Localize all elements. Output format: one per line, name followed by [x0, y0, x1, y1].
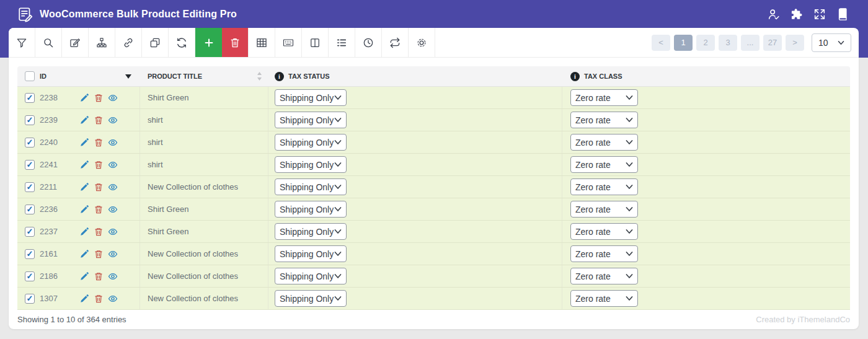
view-row-icon[interactable]: [108, 115, 118, 125]
row-checkbox[interactable]: ✓: [25, 115, 35, 125]
view-row-icon[interactable]: [108, 182, 118, 192]
delete-row-icon[interactable]: [94, 93, 104, 103]
view-row-icon[interactable]: [108, 93, 118, 103]
edit-row-icon[interactable]: [79, 227, 89, 237]
edit-row-icon[interactable]: [79, 205, 89, 214]
view-row-icon[interactable]: [108, 271, 118, 281]
tax-status-select[interactable]: Shipping Only: [275, 178, 347, 195]
edit-row-icon[interactable]: [79, 160, 89, 170]
edit-row-icon[interactable]: [79, 182, 89, 192]
page-button[interactable]: 27: [763, 35, 782, 51]
tax-class-select[interactable]: Zero rate: [570, 156, 638, 173]
edit-row-icon[interactable]: [79, 115, 89, 125]
sort-desc-icon[interactable]: [125, 74, 140, 79]
column-header-product-title[interactable]: PRODUCT TITLE: [140, 66, 268, 86]
user-check-icon[interactable]: [767, 7, 781, 21]
duplicate-button[interactable]: [142, 28, 169, 57]
row-checkbox[interactable]: ✓: [25, 93, 35, 103]
delete-row-icon[interactable]: [94, 138, 104, 147]
info-icon[interactable]: i: [275, 72, 284, 81]
tax-status-select[interactable]: Shipping Only: [275, 156, 347, 173]
edit-row-icon[interactable]: [79, 271, 89, 281]
bulk-edit-button[interactable]: [62, 28, 89, 57]
fullscreen-icon[interactable]: [813, 7, 826, 21]
delete-row-icon[interactable]: [94, 294, 104, 304]
tax-class-select[interactable]: Zero rate: [570, 89, 638, 106]
row-checkbox[interactable]: ✓: [25, 227, 35, 237]
settings-button[interactable]: [409, 28, 435, 57]
columns-button[interactable]: [302, 28, 329, 57]
delete-button[interactable]: [222, 28, 249, 57]
meta-fields-button[interactable]: [275, 28, 302, 57]
view-row-icon[interactable]: [108, 294, 118, 304]
row-checkbox[interactable]: ✓: [25, 182, 35, 192]
link-button[interactable]: [115, 28, 142, 57]
tax-status-select[interactable]: Shipping Only: [275, 290, 347, 307]
page-size-select[interactable]: 10: [812, 33, 851, 52]
column-header-tax-class[interactable]: i TAX CLASS: [562, 66, 850, 86]
row-actions: [79, 160, 118, 170]
tax-class-select[interactable]: Zero rate: [570, 223, 638, 240]
refresh-button[interactable]: [169, 28, 195, 57]
delete-row-icon[interactable]: [94, 205, 104, 214]
tax-status-select[interactable]: Shipping Only: [275, 112, 347, 128]
tax-status-select[interactable]: Shipping Only: [275, 134, 347, 151]
tax-status-select[interactable]: Shipping Only: [275, 268, 347, 284]
page-button[interactable]: 1: [674, 35, 693, 51]
view-row-icon[interactable]: [108, 205, 118, 214]
row-checkbox[interactable]: ✓: [25, 249, 35, 259]
row-checkbox[interactable]: ✓: [25, 205, 35, 214]
delete-row-icon[interactable]: [94, 182, 104, 192]
row-checkbox[interactable]: ✓: [25, 294, 35, 304]
column-header-tax-status[interactable]: i TAX STATUS: [268, 66, 562, 86]
edit-row-icon[interactable]: [79, 294, 89, 304]
page-button[interactable]: 3: [719, 35, 737, 51]
sort-icon[interactable]: [257, 72, 268, 81]
edit-row-icon[interactable]: [79, 93, 89, 103]
tax-class-select[interactable]: Zero rate: [570, 112, 638, 128]
tax-class-select[interactable]: Zero rate: [570, 178, 638, 195]
row-checkbox[interactable]: ✓: [25, 160, 35, 170]
book-icon[interactable]: [836, 7, 849, 21]
filter-button[interactable]: [9, 28, 35, 57]
history-button[interactable]: [355, 28, 382, 57]
view-row-icon[interactable]: [108, 227, 118, 237]
column-header-id[interactable]: ID: [17, 66, 140, 86]
row-checkbox[interactable]: ✓: [25, 138, 35, 147]
view-row-icon[interactable]: [108, 249, 118, 259]
page-button[interactable]: ...: [741, 35, 760, 51]
tax-class-select[interactable]: Zero rate: [570, 245, 638, 262]
info-icon[interactable]: i: [570, 72, 580, 81]
page-button[interactable]: 2: [696, 35, 715, 51]
search-button[interactable]: [35, 28, 62, 57]
edit-row-icon[interactable]: [79, 138, 89, 147]
add-product-button[interactable]: [195, 28, 222, 57]
next-page-button[interactable]: >: [786, 35, 804, 51]
delete-row-icon[interactable]: [94, 115, 104, 125]
table-header: ID PRODUCT TITLE i TAX STATUS i TAX CLAS…: [17, 66, 850, 87]
list-view-button[interactable]: [329, 28, 355, 57]
delete-row-icon[interactable]: [94, 271, 104, 281]
prev-page-button[interactable]: <: [652, 35, 670, 51]
tax-status-select[interactable]: Shipping Only: [275, 223, 347, 240]
tax-class-select[interactable]: Zero rate: [570, 201, 638, 218]
tax-status-select[interactable]: Shipping Only: [275, 245, 347, 262]
product-title-cell: New Collection of clothes: [140, 243, 268, 265]
hierarchy-button[interactable]: [89, 28, 115, 57]
tax-status-select[interactable]: Shipping Only: [275, 201, 347, 218]
view-row-icon[interactable]: [108, 160, 118, 170]
delete-row-icon[interactable]: [94, 227, 104, 237]
sync-button[interactable]: [382, 28, 409, 57]
tax-class-select[interactable]: Zero rate: [570, 134, 638, 151]
delete-row-icon[interactable]: [94, 249, 104, 259]
edit-row-icon[interactable]: [79, 249, 89, 259]
row-checkbox[interactable]: ✓: [25, 271, 35, 281]
tax-class-select[interactable]: Zero rate: [570, 268, 638, 284]
delete-row-icon[interactable]: [94, 160, 104, 170]
table-view-button[interactable]: [249, 28, 275, 57]
tax-status-select[interactable]: Shipping Only: [275, 89, 347, 106]
select-all-checkbox[interactable]: [25, 71, 35, 81]
puzzle-icon[interactable]: [790, 7, 804, 21]
view-row-icon[interactable]: [108, 138, 118, 147]
tax-class-select[interactable]: Zero rate: [570, 290, 638, 307]
